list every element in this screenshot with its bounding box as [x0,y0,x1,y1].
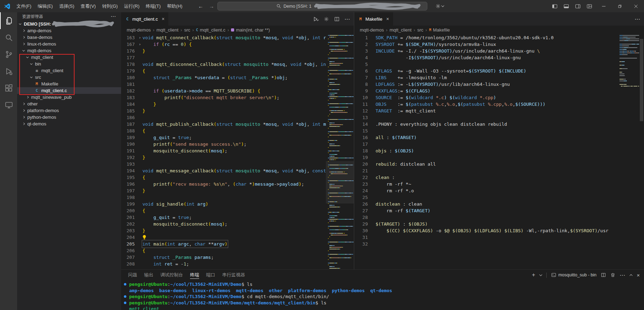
code-line: 191 mosquitto_disconnect(mosq); [121,147,326,154]
tree-item-linux-rt-demos[interactable]: linux-rt-demos [17,41,121,47]
breadcrumb-item[interactable]: src [184,27,190,33]
menu-item-查看(V)[interactable]: 查看(V) [77,0,99,12]
code-editor[interactable]: 1SDK_PATH = /home/tronlong/3562/ubuntu/r… [354,34,644,269]
tab-close-icon[interactable]: × [386,16,389,22]
new-terminal-icon[interactable]: + [532,272,535,278]
fold-indicator [137,221,142,227]
tree-item-Makefile[interactable]: MMakefile [17,81,121,87]
tree-item-platform-demos[interactable]: platform-demos [17,107,121,114]
settings-gear-icon[interactable] [324,16,329,22]
breadcrumb-item[interactable]: mqtt-demos [360,27,384,33]
code-text: printf("send message success.\n"); [142,141,246,147]
fold-indicator[interactable]: › [137,34,142,41]
menu-item-运行(R)[interactable]: 运行(R) [121,0,142,12]
breadcrumb-item[interactable]: mqtt_client [390,27,412,33]
menubar: 文件(F)编辑(E)选择(S)查看(V)转到(G)运行(R)终端(T)帮助(H) [13,0,186,12]
panel-tab-串行监视器[interactable]: 串行监视器 [219,270,248,280]
more-actions-icon[interactable]: ··· [345,16,350,22]
fold-indicator [137,74,142,81]
panel-tab-终端[interactable]: 终端 [187,270,203,280]
extensions-icon[interactable] [0,80,17,96]
terminal-dropdown-icon[interactable] [539,273,542,276]
explorer-icon[interactable] [0,12,17,29]
code-editor[interactable]: 163›void mqtt_connect_callback(struct mo… [121,34,354,269]
tree-item-amp-demos[interactable]: amp-demos [17,27,121,34]
scrollbar-thumb[interactable] [640,39,643,121]
tree-item-qt-demos[interactable]: qt-demos [17,120,121,127]
code-text: OBJS := $(patsubst %.c,%.o,$(patsubst %.… [376,101,545,108]
panel-more-actions-icon[interactable]: ··· [620,273,625,278]
code-line: 196 printf("recv message: %s\n", (char *… [121,181,326,187]
scrollbar[interactable] [639,34,644,269]
manage-gear-icon[interactable] [435,0,444,12]
breadcrumb-item[interactable]: mqtt-demos [127,27,151,33]
forward-icon[interactable]: → [209,3,214,9]
tree-item-base-demos[interactable]: base-demos [17,34,121,41]
tree-item-mqtt_client.c[interactable]: Cmqtt_client.c [17,87,121,94]
breadcrumb-item[interactable]: main(int, char **) [236,27,270,33]
breadcrumb-item[interactable]: Makefile [433,27,450,33]
run-debug-icon[interactable] [0,63,17,80]
tree-item-mqtt_client[interactable]: ≡mqtt_client [17,67,121,74]
tree-item-bin[interactable]: bin [17,61,121,67]
terminal-instance-selector[interactable]: mosquitto_sub - bin [551,273,596,277]
run-file-icon[interactable] [313,16,318,22]
terminal-line: amp-demos base-demos linux-rt-demos mqtt… [124,288,644,294]
more-actions-icon[interactable]: ··· [635,16,640,22]
tree-item-mqtt_sinewave_pub[interactable]: mqtt_sinewave_pub [17,94,121,101]
tree-item-mqtt-demos[interactable]: mqtt-demos [17,47,121,54]
source-control-icon[interactable] [0,46,17,63]
split-editor-icon[interactable] [334,16,340,22]
toggle-secondary-sidebar-icon[interactable] [575,4,581,9]
command-center-search[interactable]: Demo [SSH: 1 [217,2,427,11]
code-text: .PHONY : everything objs clean distclean… [376,121,507,128]
menu-item-选择(S)[interactable]: 选择(S) [56,0,77,12]
tree-item-src[interactable]: src [17,74,121,81]
tab-close-icon[interactable]: × [162,16,164,22]
tab-makefile[interactable]: M Makefile × [354,12,393,26]
kill-terminal-icon[interactable] [610,273,615,277]
line-number: 187 [121,121,137,128]
breadcrumb-item[interactable]: mqtt_client.c [200,27,225,33]
breadcrumb-item[interactable]: mqtt_client [156,27,178,33]
close-icon[interactable] [628,0,644,12]
menu-item-转到(G)[interactable]: 转到(G) [99,0,121,12]
tree-item-python-demos[interactable]: python-demos [17,114,121,120]
terminal-line: pengsir@Ubuntu:~/cool/TL3562-MiniEVM/Dem… [124,281,644,288]
explorer-more-actions-icon[interactable]: ··· [111,14,116,19]
minimap[interactable] [617,34,639,269]
workspace-root-folder[interactable]: DEMO [SSH: [17,21,121,27]
restore-icon[interactable] [612,0,628,12]
maximize-panel-icon[interactable] [630,274,632,277]
panel-tab-调试控制台[interactable]: 调试控制台 [157,270,187,280]
remote-explorer-icon[interactable] [0,96,17,113]
customize-layout-icon[interactable] [587,4,592,9]
fold-indicator [370,61,376,68]
back-icon[interactable]: ← [198,3,203,9]
minimize-icon[interactable] [596,0,612,12]
close-panel-icon[interactable]: × [637,272,640,278]
menu-item-文件(F)[interactable]: 文件(F) [13,0,35,12]
tree-item-other[interactable]: other [17,101,121,107]
panel-tab-问题[interactable]: 问题 [125,270,141,280]
fold-indicator[interactable]: › [137,41,142,48]
search-sidebar-icon[interactable] [0,29,17,46]
code-line: 198 [121,194,326,201]
minimap[interactable] [326,34,354,269]
terminal-content[interactable]: pengsir@Ubuntu:~/cool/TL3562-MiniEVM/Dem… [121,280,644,310]
toggle-panel-icon[interactable] [564,4,569,9]
split-terminal-icon[interactable] [601,273,606,277]
menu-item-帮助(H)[interactable]: 帮助(H) [164,0,186,12]
tree-item-mqtt_client[interactable]: mqtt_client [17,54,121,61]
panel-tab-输出[interactable]: 输出 [141,270,157,280]
tree-item-label: mqtt_client [41,68,63,73]
breadcrumb-item[interactable]: src [417,27,423,33]
code-text: } [142,101,156,108]
panel-tab-端口[interactable]: 端口 [203,270,219,280]
lightbulb-icon[interactable] [142,234,147,241]
menu-item-编辑(E)[interactable]: 编辑(E) [35,0,56,12]
menu-item-终端(T)[interactable]: 终端(T) [142,0,164,12]
toggle-sidebar-icon[interactable] [552,4,558,9]
minimap-slider[interactable] [326,161,354,204]
tab-mqtt-client-c[interactable]: C mqtt_client.c × [121,12,168,26]
